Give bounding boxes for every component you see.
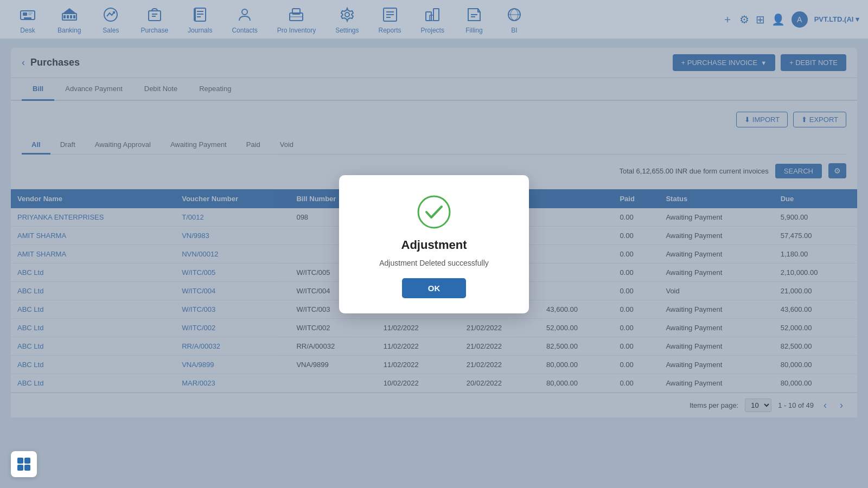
- dialog-box: Adjustment Adjustment Deleted successful…: [339, 175, 529, 313]
- dialog-ok-button[interactable]: OK: [402, 278, 467, 298]
- bottom-bar-button[interactable]: [11, 451, 37, 477]
- svg-rect-39: [24, 458, 30, 464]
- dialog-title: Adjustment: [401, 238, 467, 252]
- svg-rect-41: [24, 465, 30, 471]
- grid-icon: [16, 457, 31, 472]
- svg-rect-38: [17, 458, 23, 464]
- svg-rect-40: [17, 465, 23, 471]
- dialog-overlay: Adjustment Adjustment Deleted successful…: [0, 0, 868, 488]
- svg-point-37: [418, 196, 450, 228]
- success-icon: [417, 195, 451, 229]
- dialog-message: Adjustment Deleted successfully: [379, 259, 489, 267]
